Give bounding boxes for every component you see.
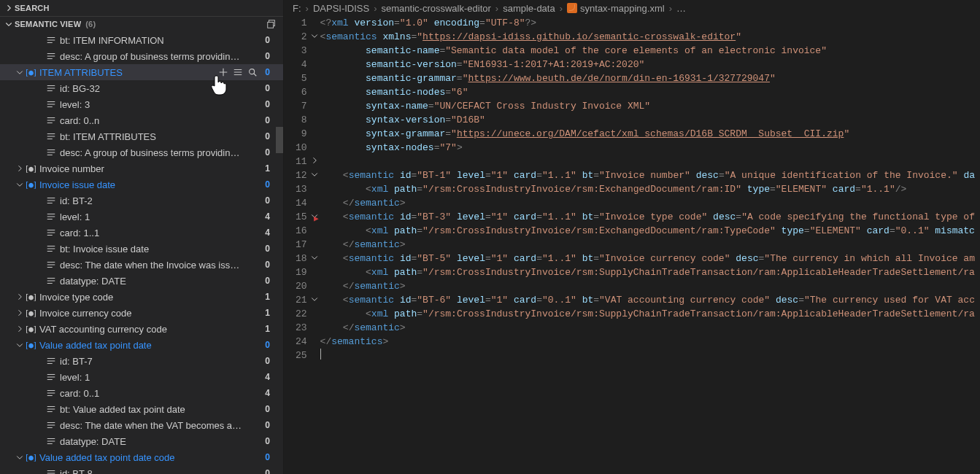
breadcrumb-part[interactable]: semantic-crosswalk-editor [382, 3, 491, 14]
tree-item-label: card: 1..1 [60, 228, 99, 238]
semantic-tree-node[interactable]: [●]Invoice number1 [0, 160, 283, 176]
semantic-tree-node[interactable]: [●]Value added tax point date code0 [0, 449, 283, 465]
result-count-badge: 4 [265, 388, 270, 398]
semantic-tree-node[interactable]: [●]Invoice issue date0 [0, 176, 283, 193]
tree-item-label: ITEM ATTRIBUTES [39, 67, 123, 78]
property-icon [45, 131, 57, 141]
result-count-badge: 0 [265, 420, 270, 430]
semantic-tree-property[interactable]: card: 1..14 [0, 225, 283, 241]
breadcrumb-part[interactable]: DAPSI-IDISS [313, 3, 369, 14]
result-count-badge: 1 [265, 163, 270, 174]
fold-right-icon[interactable] [310, 156, 319, 165]
result-count-badge: 0 [265, 436, 270, 446]
result-count-badge: 0 [265, 67, 270, 77]
result-count-badge: 4 [265, 372, 270, 382]
breadcrumb-tail[interactable]: … [676, 3, 686, 14]
editor-body[interactable]: 123456789101112131415▶161718192021222324… [284, 16, 980, 474]
property-icon [45, 83, 57, 93]
semantic-tree-property[interactable]: bt: Invoice issue date0 [0, 241, 283, 257]
fold-down-icon[interactable] [310, 170, 319, 179]
breadcrumb-file[interactable]: syntax-mapping.xml [567, 3, 665, 14]
chevron-right-icon[interactable] [15, 292, 25, 301]
semantic-panel-header[interactable]: SEMANTIC VIEW (6) [0, 16, 283, 33]
semantic-tree-property[interactable]: level: 14 [0, 369, 283, 385]
semantic-icon: [●] [25, 180, 36, 190]
property-icon [45, 372, 57, 382]
tree-item-label: VAT accounting currency code [39, 324, 167, 335]
semantic-tree-property[interactable]: datatype: DATE0 [0, 433, 283, 449]
semantic-tree-node[interactable]: [●]Invoice type code1 [0, 289, 283, 305]
restore-icon[interactable] [266, 18, 277, 30]
breadcrumb-part[interactable]: F: [293, 3, 301, 14]
semantic-tree-property[interactable]: id: BT-70 [0, 353, 283, 369]
chevron-right-icon[interactable] [15, 308, 25, 317]
tree-item-label: id: BG-32 [60, 83, 100, 94]
semantic-tree-property[interactable]: bt: Value added tax point date0 [0, 401, 283, 417]
tree-item-label: level: 1 [60, 372, 90, 383]
result-count-badge: 4 [265, 228, 270, 238]
list-icon[interactable] [233, 67, 243, 77]
tree-item-label: Invoice currency code [39, 308, 131, 319]
semantic-tree-property[interactable]: card: 0..14 [0, 385, 283, 401]
result-count-badge: 0 [265, 35, 270, 45]
tree-item-label: card: 0..n [60, 115, 99, 126]
chevron-down-icon[interactable] [15, 341, 25, 349]
code-area[interactable]: <?xml version="1.0" encoding="UTF-8"?><s… [320, 16, 975, 474]
result-count-badge: 0 [265, 147, 270, 158]
chevron-right-icon[interactable] [15, 325, 25, 333]
semantic-tree-node[interactable]: [●]Value added tax point date0 [0, 337, 283, 353]
property-icon [45, 468, 57, 474]
semantic-tree-property[interactable]: desc: A group of business terms providin… [0, 48, 283, 64]
semantic-tree-node[interactable]: [●]Invoice currency code1 [0, 305, 283, 321]
property-icon [45, 276, 57, 286]
breadcrumb-part[interactable]: sample-data [503, 3, 555, 14]
fold-down-icon[interactable] [310, 295, 319, 303]
search-icon[interactable] [247, 67, 258, 77]
svg-point-2 [250, 69, 255, 74]
chevron-right-icon[interactable] [15, 164, 25, 173]
semantic-tree-node[interactable]: [●]VAT accounting currency code1 [0, 321, 283, 337]
semantic-tree-property[interactable]: id: BT-80 [0, 465, 283, 474]
semantic-tree-property[interactable]: id: BG-320 [0, 80, 283, 96]
semantic-tree-property[interactable]: desc: The date when the Invoice was issu… [0, 257, 283, 273]
semantic-tree-property[interactable]: level: 14 [0, 209, 283, 225]
semantic-tree-property[interactable]: bt: ITEM ATTRIBUTES0 [0, 128, 283, 144]
sidebar-scrollbar[interactable] [276, 127, 283, 153]
result-count-badge: 0 [265, 404, 270, 414]
add-icon[interactable] [218, 67, 228, 77]
semantic-tree-property[interactable]: datatype: DATE0 [0, 273, 283, 289]
property-icon [45, 115, 57, 125]
breadcrumb-file-label: syntax-mapping.xml [580, 3, 665, 14]
semantic-tree-property[interactable]: id: BT-20 [0, 193, 283, 209]
semantic-tree-property[interactable]: level: 30 [0, 96, 283, 112]
result-count-badge: 0 [265, 51, 270, 61]
tree-item-label: desc: A group of business terms providin… [60, 51, 244, 62]
semantic-icon: [●] [25, 341, 36, 350]
result-count-badge: 0 [265, 179, 270, 190]
semantic-icon: [●] [25, 308, 36, 318]
result-count-badge: 0 [265, 276, 270, 286]
property-icon [45, 147, 57, 158]
tree-item-label: bt: Value added tax point date [60, 404, 185, 415]
property-icon [45, 211, 57, 222]
breadcrumbs-bar[interactable]: F:› DAPSI-IDISS› semantic-crosswalk-edit… [284, 0, 980, 16]
semantic-tree-node[interactable]: [●]ITEM ATTRIBUTES0 [0, 64, 283, 80]
chevron-down-icon[interactable] [15, 68, 25, 77]
semantic-tree-property[interactable]: desc: The date when the VAT becomes acco… [0, 417, 283, 433]
semantic-tree-property[interactable]: bt: ITEM INFORMATION0 [0, 32, 283, 48]
property-icon [45, 404, 57, 414]
tree-item-label: level: 3 [60, 99, 90, 110]
tree-item-label: id: BT-2 [60, 195, 93, 206]
result-count-badge: 1 [265, 308, 270, 318]
semantic-tree-property[interactable]: desc: A group of business terms providin… [0, 144, 283, 160]
semantic-panel-title: SEMANTIC VIEW [15, 20, 81, 28]
chevron-down-icon[interactable] [15, 180, 25, 189]
xml-file-icon [567, 3, 577, 13]
semantic-tree-property[interactable]: card: 0..n0 [0, 112, 283, 128]
chevron-down-icon[interactable] [15, 453, 25, 462]
search-panel-header[interactable]: SEARCH [0, 0, 283, 16]
tree-item-label: bt: Invoice issue date [60, 244, 149, 255]
fold-down-icon[interactable] [310, 31, 319, 40]
result-count-badge: 0 [265, 340, 270, 350]
fold-down-icon[interactable] [310, 253, 319, 262]
